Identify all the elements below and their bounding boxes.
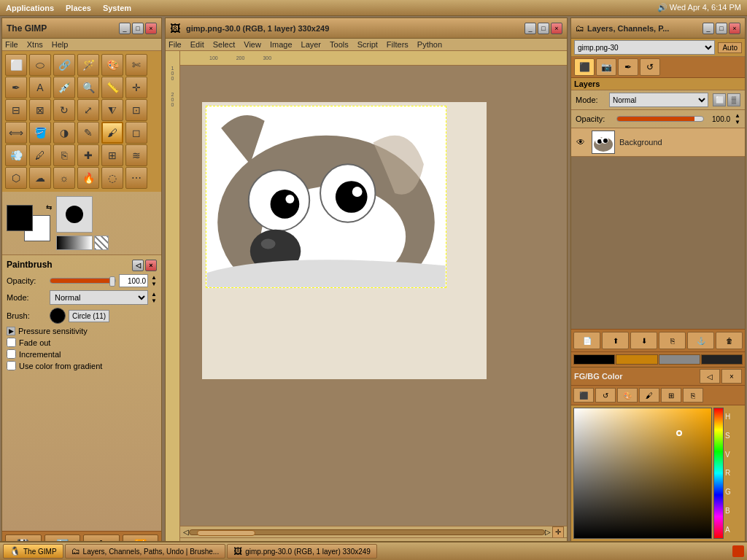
canvas-image-menu[interactable]: Image bbox=[270, 40, 293, 49]
layers-auto-btn[interactable]: Auto bbox=[718, 42, 742, 53]
blend-tool[interactable]: ◑ bbox=[53, 122, 75, 144]
mode-spin-down[interactable]: ▼ bbox=[151, 298, 157, 304]
text-tool[interactable]: A bbox=[29, 77, 51, 98]
fade-checkbox[interactable] bbox=[7, 338, 16, 347]
canvas-edit-menu[interactable]: Edit bbox=[190, 40, 204, 49]
taskbar-image[interactable]: 🖼 gimp.png-30.0 (RGB, 1 layer) 330x249 bbox=[227, 544, 377, 559]
swatch-darkgray[interactable] bbox=[701, 354, 743, 365]
swatch-black[interactable] bbox=[573, 354, 615, 365]
select-by-color-tool[interactable]: 🎨 bbox=[101, 54, 123, 76]
toolbox-help-menu[interactable]: Help bbox=[52, 40, 69, 49]
incremental-checkbox[interactable] bbox=[7, 349, 16, 359]
toolbox-maximize-btn[interactable]: □ bbox=[132, 23, 144, 34]
fg-bg-colors[interactable]: ⇆ bbox=[7, 205, 50, 241]
paths-tool[interactable]: ✒ bbox=[5, 77, 27, 98]
canvas-select-menu[interactable]: Select bbox=[213, 40, 236, 49]
layer-item[interactable]: 👁 Background bbox=[571, 128, 745, 157]
free-select-tool[interactable]: 🔗 bbox=[53, 54, 75, 76]
color-gradient-box[interactable] bbox=[573, 408, 712, 539]
opacity-input[interactable] bbox=[119, 274, 148, 287]
opacity-spin-down[interactable]: ▼ bbox=[151, 281, 157, 287]
canvas-script-menu[interactable]: Script bbox=[357, 40, 378, 49]
scroll-left-btn[interactable]: ◁ bbox=[183, 528, 189, 536]
perspective-tool[interactable]: ⊡ bbox=[125, 99, 147, 121]
tool-options-scroll-btn[interactable]: ◁ bbox=[132, 260, 144, 271]
color-picker-tool[interactable]: 💉 bbox=[53, 77, 75, 98]
airbrush-tool[interactable]: 💨 bbox=[5, 144, 27, 166]
blur-tool[interactable]: ≋ bbox=[125, 144, 147, 166]
extra-tool[interactable]: ⋯ bbox=[125, 167, 147, 189]
sponge-tool[interactable]: ◌ bbox=[101, 167, 123, 189]
canvas-maximize-btn[interactable]: □ bbox=[538, 23, 549, 34]
color-settings-btn[interactable]: ⊞ bbox=[661, 388, 681, 402]
scroll-right-btn[interactable]: ▷ bbox=[545, 528, 551, 536]
measure-tool[interactable]: 📏 bbox=[101, 77, 123, 98]
canvas-tools-menu[interactable]: Tools bbox=[330, 40, 349, 49]
lower-layer-btn[interactable]: ⬇ bbox=[630, 332, 657, 349]
color-gradient-checkbox[interactable] bbox=[7, 361, 16, 370]
channels-tab[interactable]: 📷 bbox=[596, 58, 616, 76]
toolbox-file-menu[interactable]: File bbox=[5, 40, 18, 49]
places-menu[interactable]: Places bbox=[66, 4, 91, 12]
opacity-spin-up[interactable]: ▲ bbox=[151, 274, 157, 281]
tool-options-close-btn[interactable]: × bbox=[145, 260, 157, 271]
sharpen-tool[interactable]: ⬡ bbox=[5, 167, 27, 189]
layer-visibility-toggle[interactable]: 👁 bbox=[574, 136, 587, 149]
swatch-orange[interactable] bbox=[616, 354, 657, 365]
apps-menu[interactable]: Applications bbox=[6, 4, 54, 12]
bucket-fill-tool[interactable]: 🪣 bbox=[29, 122, 51, 144]
color-swap-btn[interactable]: ↺ bbox=[595, 388, 616, 402]
opacity-slider-thumb[interactable] bbox=[109, 276, 115, 287]
heal-tool[interactable]: ✚ bbox=[77, 144, 99, 166]
paths-tab[interactable]: ✒ bbox=[618, 58, 638, 76]
mode-extra-1[interactable]: ⬜ bbox=[713, 93, 726, 106]
scroll-thumb-h[interactable] bbox=[197, 530, 255, 536]
color-reset-btn[interactable]: ⬛ bbox=[573, 388, 594, 402]
swap-colors-icon[interactable]: ⇆ bbox=[46, 203, 52, 211]
eraser-tool[interactable]: ◻ bbox=[125, 122, 147, 144]
brush-name[interactable]: Circle (11) bbox=[69, 310, 109, 322]
crop-tool[interactable]: ⊠ bbox=[29, 99, 51, 121]
color-hue-bar[interactable] bbox=[713, 408, 724, 539]
rotate-tool[interactable]: ↻ bbox=[53, 99, 75, 121]
ellipse-select-tool[interactable]: ⬭ bbox=[29, 54, 51, 76]
perspective-clone-tool[interactable]: ⊞ bbox=[101, 144, 123, 166]
pattern-preview[interactable] bbox=[94, 236, 109, 250]
duplicate-layer-btn[interactable]: ⎘ bbox=[659, 332, 686, 349]
layers-opacity-spin-up[interactable]: ▲ bbox=[735, 112, 740, 119]
raise-layer-btn[interactable]: ⬆ bbox=[602, 332, 629, 349]
opacity-slider-track[interactable] bbox=[50, 278, 116, 284]
new-layer-btn[interactable]: 📄 bbox=[573, 332, 600, 349]
layers-opacity-spin-down[interactable]: ▼ bbox=[735, 119, 740, 125]
layers-maximize-btn[interactable]: □ bbox=[716, 23, 727, 34]
canvas-minimize-btn[interactable]: _ bbox=[525, 23, 536, 34]
swatch-gray[interactable] bbox=[659, 354, 700, 365]
layers-opacity-slider[interactable] bbox=[616, 116, 704, 122]
color-paint-btn[interactable]: 🖌 bbox=[639, 388, 659, 402]
delete-layer-btn[interactable]: 🗑 bbox=[716, 332, 743, 349]
rect-select-tool[interactable]: ⬜ bbox=[5, 54, 27, 76]
burn-tool[interactable]: 🔥 bbox=[77, 167, 99, 189]
layers-file-select[interactable]: gimp.png-30 bbox=[574, 40, 715, 55]
fuzzy-select-tool[interactable]: 🪄 bbox=[77, 54, 99, 76]
fgbg-scroll-btn[interactable]: ◁ bbox=[700, 369, 720, 384]
fg-color-box[interactable] bbox=[7, 205, 33, 231]
toolbox-xtns-menu[interactable]: Xtns bbox=[27, 40, 43, 49]
layers-tab[interactable]: ⬛ bbox=[574, 58, 595, 76]
canvas-file-menu[interactable]: File bbox=[169, 40, 182, 49]
system-menu[interactable]: System bbox=[103, 4, 131, 12]
gradient-preview[interactable] bbox=[56, 236, 93, 250]
flip-tool[interactable]: ⟺ bbox=[5, 122, 27, 144]
clone-tool[interactable]: ⎘ bbox=[53, 144, 75, 166]
canvas-layer-menu[interactable]: Layer bbox=[301, 40, 322, 49]
layers-close-btn[interactable]: × bbox=[729, 23, 740, 34]
undo-tab[interactable]: ↺ bbox=[640, 58, 660, 76]
ink-tool[interactable]: 🖊 bbox=[29, 144, 51, 166]
dodge-tool[interactable]: ☼ bbox=[53, 167, 75, 189]
smudge-tool[interactable]: ☁ bbox=[29, 167, 51, 189]
shear-tool[interactable]: ⧨ bbox=[101, 99, 123, 121]
color-picker-btn[interactable]: 🎨 bbox=[617, 388, 638, 402]
canvas-python-menu[interactable]: Python bbox=[417, 40, 442, 49]
anchor-layer-btn[interactable]: ⚓ bbox=[687, 332, 714, 349]
fgbg-close-btn[interactable]: × bbox=[721, 369, 742, 384]
